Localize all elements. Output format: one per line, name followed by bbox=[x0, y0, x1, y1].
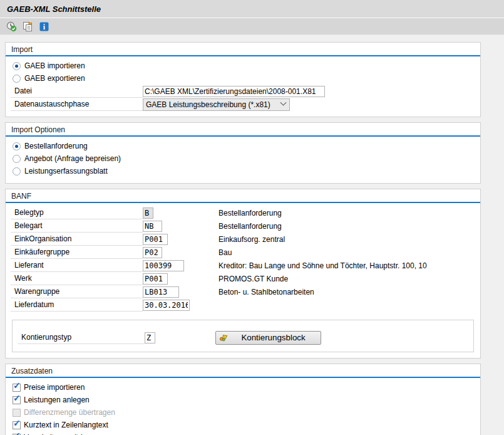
field-label: Lieferant bbox=[11, 259, 143, 272]
belegtyp-input[interactable] bbox=[143, 207, 153, 219]
kontierung-subbox: Kontierungstyp Kontierungsblock bbox=[12, 320, 474, 352]
radio-label: Leistungserfassungsblatt bbox=[24, 167, 108, 176]
group-import-optionen-title: Import Optionen bbox=[6, 123, 480, 135]
radio-gaeb-importieren[interactable] bbox=[13, 62, 21, 70]
field-description: Bestellanforderung bbox=[219, 222, 282, 231]
field-row-warengruppe: Warengruppe Beton- u. Stahlbetonarbeiten bbox=[11, 285, 480, 298]
info-icon[interactable]: i bbox=[39, 21, 49, 32]
warengruppe-input[interactable] bbox=[143, 286, 179, 298]
selected-option: GAEB Leistungsbeschreibung (*.x81) bbox=[146, 100, 270, 109]
radio-label: GAEB importieren bbox=[24, 61, 85, 70]
field-label: Warengruppe bbox=[11, 285, 143, 298]
radio-leistungserfassungsblatt[interactable] bbox=[13, 167, 21, 176]
datei-input[interactable] bbox=[143, 86, 325, 97]
check-icon: ✓ bbox=[13, 419, 21, 427]
field-label: Werk bbox=[11, 272, 143, 285]
checkbox-row-differenzmenge: Differenzmenge übertragen bbox=[6, 406, 480, 419]
field-label: Datenaustauschphase bbox=[11, 98, 143, 111]
lieferdatum-input[interactable] bbox=[143, 300, 190, 311]
field-row-lieferdatum: Lieferdatum bbox=[11, 298, 480, 312]
checkbox-row-verarbeitung-losen: ✓ Verarbeitung mit Losen bbox=[6, 431, 480, 435]
radio-row-bestellanforderung: Bestellanforderung bbox=[6, 140, 480, 152]
field-row-einkorganisation: EinkOrganisation Einkaufsorg. zentral bbox=[11, 233, 480, 246]
group-import-title: Import bbox=[6, 43, 480, 55]
group-import: Import GAEB importieren GAEB exportieren… bbox=[5, 42, 481, 117]
checkbox-row-preise-importieren: ✓ Preise importieren bbox=[6, 381, 480, 394]
checkbox-leistungen-anlegen[interactable]: ✓ bbox=[13, 396, 21, 404]
title-bar: GAEB-XML Schnittstelle bbox=[0, 0, 504, 18]
checkbox-row-leistungen-anlegen: ✓ Leistungen anlegen bbox=[6, 394, 480, 406]
execute-icon[interactable] bbox=[6, 21, 17, 32]
group-import-optionen: Import Optionen Bestellanforderung Angeb… bbox=[5, 122, 481, 184]
checkbox-label: Leistungen anlegen bbox=[24, 396, 90, 404]
field-label: Belegart bbox=[11, 219, 143, 233]
check-icon: ✓ bbox=[13, 394, 21, 402]
field-description: Bestellanforderung bbox=[219, 209, 282, 218]
lieferant-input[interactable] bbox=[143, 260, 184, 271]
radio-angebot[interactable] bbox=[13, 155, 21, 163]
check-icon: ✓ bbox=[13, 431, 21, 435]
checkbox-label: Differenzmenge übertragen bbox=[24, 408, 115, 417]
field-label: Belegtyp bbox=[11, 206, 143, 219]
field-row-lieferant: Lieferant Kreditor: Bau Lange und Söhne … bbox=[11, 259, 480, 272]
field-row-belegtyp: Belegtyp Bestellanforderung bbox=[11, 206, 480, 219]
checkbox-label: Kurztext in Zeilenlangtext bbox=[24, 421, 108, 429]
field-label: Einkäufergruppe bbox=[11, 246, 143, 259]
radio-label: Angebot (Anfrage bepreisen) bbox=[24, 154, 121, 163]
screen-content: Import GAEB importieren GAEB exportieren… bbox=[0, 35, 504, 435]
group-zusatzdaten: Zusatzdaten ✓ Preise importieren ✓ Leist… bbox=[5, 364, 481, 435]
checkbox-preise-importieren[interactable]: ✓ bbox=[13, 384, 21, 392]
application-toolbar: i bbox=[0, 18, 504, 35]
field-row-einkaeufergruppe: Einkäufergruppe Bau bbox=[11, 246, 480, 259]
kontierungstyp-input[interactable] bbox=[145, 332, 155, 343]
checkbox-label: Preise importieren bbox=[24, 383, 85, 392]
radio-row-angebot: Angebot (Anfrage bepreisen) bbox=[6, 152, 480, 165]
field-label: Lieferdatum bbox=[11, 298, 143, 312]
field-row-werk: Werk PROMOS.GT Kunde bbox=[11, 272, 480, 285]
checkbox-kurztext[interactable]: ✓ bbox=[13, 421, 21, 429]
field-description: Einkaufsorg. zentral bbox=[219, 235, 285, 244]
copy-icon[interactable] bbox=[23, 21, 33, 32]
field-description: Beton- u. Stahlbetonarbeiten bbox=[219, 288, 314, 296]
radio-row-gaeb-importieren: GAEB importieren bbox=[6, 60, 480, 72]
group-banf-title: BANF bbox=[6, 189, 480, 202]
chevron-down-icon bbox=[280, 100, 287, 106]
datenaustauschphase-select[interactable]: GAEB Leistungsbeschreibung (*.x81) bbox=[143, 98, 290, 111]
button-label: Kontierungsblock bbox=[229, 333, 317, 342]
field-description: PROMOS.GT Kunde bbox=[219, 275, 288, 283]
field-row-kontierungstyp: Kontierungstyp Kontierungsblock bbox=[18, 331, 473, 344]
radio-bestellanforderung[interactable] bbox=[13, 142, 21, 150]
radio-row-leistungserfassungsblatt: Leistungserfassungsblatt bbox=[6, 165, 480, 177]
check-icon: ✓ bbox=[13, 381, 21, 390]
radio-label: Bestellanforderung bbox=[24, 142, 88, 150]
field-row-datenaustauschphase: Datenaustauschphase GAEB Leistungsbeschr… bbox=[11, 98, 480, 111]
einkorganisation-input[interactable] bbox=[143, 234, 168, 245]
checkbox-row-kurztext: ✓ Kurztext in Zeilenlangtext bbox=[6, 419, 480, 431]
field-label: Datei bbox=[11, 85, 143, 98]
checkbox-differenzmenge bbox=[13, 409, 21, 417]
field-description: Bau bbox=[219, 248, 232, 257]
page-title: GAEB-XML Schnittstelle bbox=[7, 4, 101, 14]
group-zusatzdaten-title: Zusatzdaten bbox=[6, 364, 480, 377]
field-row-belegart: Belegart Bestellanforderung bbox=[11, 219, 480, 233]
belegart-input[interactable] bbox=[143, 221, 162, 232]
field-row-datei: Datei bbox=[11, 85, 480, 98]
field-label: EinkOrganisation bbox=[11, 233, 143, 246]
group-banf: BANF Belegtyp Bestellanforderung Belegar… bbox=[5, 189, 481, 359]
werk-input[interactable] bbox=[143, 273, 168, 285]
field-label: Kontierungstyp bbox=[18, 331, 145, 344]
field-description: Kreditor: Bau Lange und Söhne und Töchte… bbox=[219, 261, 427, 270]
kontierungsblock-button[interactable]: Kontierungsblock bbox=[215, 331, 321, 345]
radio-gaeb-exportieren[interactable] bbox=[13, 75, 21, 83]
radio-label: GAEB exportieren bbox=[24, 74, 85, 83]
radio-row-gaeb-exportieren: GAEB exportieren bbox=[6, 72, 480, 85]
accounting-block-icon bbox=[219, 332, 229, 343]
einkaeufergruppe-input[interactable] bbox=[143, 247, 162, 258]
